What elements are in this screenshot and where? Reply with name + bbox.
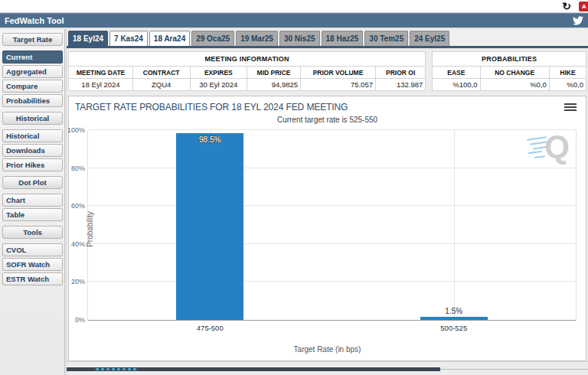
column-header: MEETING DATE [69,67,133,79]
bar-value-label: 98.5% [176,135,243,144]
column-header: NO CHANGE [480,67,549,79]
cell-contract: ZQU4 [132,79,190,91]
app-title: FedWatch Tool [5,16,64,25]
chart-panel: TARGET RATE PROBABILITIES FOR 18 EYL 202… [68,96,586,361]
tab-30-tem25[interactable]: 30 Tem25 [364,31,408,46]
column-header: HIKE [549,67,586,79]
sidebar-item-table[interactable]: Table [2,208,63,221]
sidebar-item-sofr-watch[interactable]: SOFR Watch [2,258,63,271]
browser-toolbar: ↻ A [0,0,588,13]
probabilities-table: PROBABILITIESEASENO CHANGEHIKE%100,0%0,0… [432,51,586,91]
twitter-icon[interactable] [573,16,583,25]
y-gridline [88,281,576,282]
bar-chart-plot: Probability Q 0%20%40%60%80%100%98.5%475… [87,130,577,321]
y-tick-label: 80% [71,165,85,172]
header-bar: FedWatch Tool [0,13,588,28]
chart-subtitle: Current target rate is 525-550 [69,116,586,124]
fedwatch-window: ↻ A FedWatch Tool Target RateCurrentAggr… [0,0,588,375]
tab-19-mar25[interactable]: 19 Mar25 [236,31,278,46]
sidebar: Target RateCurrentAggregatedCompareProba… [0,29,64,375]
content-area: 18 Eyl247 Kas2418 Ara2429 Oca2519 Mar253… [67,29,588,375]
tab-29-oca25[interactable]: 29 Oca25 [191,31,234,46]
chart-title: TARGET RATE PROBABILITIES FOR 18 EYL 202… [75,102,348,112]
y-gridline [88,168,576,168]
sidebar-item-chart[interactable]: Chart [2,194,63,207]
table-group-header: MEETING INFORMATION [69,52,426,67]
column-header: MID PRICE [247,67,301,79]
cell-hike: %0,0 [549,79,586,91]
meeting-info-table: MEETING INFORMATIONMEETING DATECONTRACTE… [68,51,426,91]
refresh-icon[interactable]: ↻ [562,0,571,12]
cell-ease: %100,0 [433,79,480,91]
chart-menu-icon[interactable] [564,103,577,112]
sidebar-item-probabilities[interactable]: Probabilities [2,94,63,107]
y-tick-label: 100% [67,126,85,134]
sidebar-item-aggregated[interactable]: Aggregated [2,65,63,78]
tab-24-eyl25[interactable]: 24 Eyl25 [410,31,449,46]
bar-500-525[interactable]: 1.5% [420,317,488,320]
y-axis-title: Probability [86,211,94,247]
x-gridline [454,130,455,320]
bottom-line [440,369,588,370]
cell-expires: 30 Eyl 2024 [190,79,247,91]
y-tick-label: 40% [71,240,85,248]
column-header: PRIOR OI [375,67,425,79]
cell-mid-price: 94,9825 [247,79,301,91]
sidebar-item-compare[interactable]: Compare [2,80,63,93]
cell-no-change: %0,0 [480,79,549,91]
x-category-label: 475-500 [197,324,224,332]
next-section-edge-dashes [96,368,139,370]
tab-7-kas24[interactable]: 7 Kas24 [109,31,148,46]
tab-30-nis25[interactable]: 30 Nis25 [279,31,320,46]
y-gridline [88,243,576,244]
y-gridline [88,205,576,206]
sidebar-item-historical[interactable]: Historical [2,129,63,142]
bar-value-label: 1.5% [420,307,488,315]
y-tick-label: 60% [71,202,85,210]
x-axis-title: Target Rate (in bps) [69,345,586,354]
sidebar-item-estr-watch[interactable]: ESTR Watch [2,272,63,285]
tab-18-haz25[interactable]: 18 Haz25 [322,31,364,46]
column-header: EXPIRES [190,67,247,79]
bottom-strip [67,361,588,375]
sidebar-section-historical[interactable]: Historical [2,112,63,125]
sidebar-item-downloads[interactable]: Downloads [2,144,63,157]
pdf-icon[interactable]: A [579,2,588,11]
sidebar-section-target-rate[interactable]: Target Rate [2,33,63,46]
sidebar-section-tools[interactable]: Tools [2,226,63,239]
tab-18-ara24[interactable]: 18 Ara24 [149,31,190,46]
quikstrike-watermark-icon: Q [527,130,570,165]
meeting-tabs: 18 Eyl247 Kas2418 Ara2429 Oca2519 Mar253… [67,29,588,46]
sidebar-item-cvol[interactable]: CVOL [2,243,63,256]
y-tick-label: 0% [75,316,85,324]
x-category-label: 500-525 [440,324,467,332]
column-header: CONTRACT [132,67,190,79]
table-group-header: PROBABILITIES [433,52,586,67]
y-tick-label: 20% [71,278,85,285]
y-gridline [88,129,576,130]
sidebar-item-current[interactable]: Current [2,51,63,64]
bar-475-500[interactable]: 98.5% [176,133,243,320]
sidebar-section-dot-plot[interactable]: Dot Plot [2,176,63,189]
cell-prior-oi: 132.987 [375,79,425,91]
sidebar-item-prior-hikes[interactable]: Prior Hikes [2,158,63,171]
column-header: PRIOR VOLUME [301,67,376,79]
tab-18-eyl24[interactable]: 18 Eyl24 [68,31,108,46]
cell-meeting-date: 18 Eyl 2024 [69,79,133,91]
column-header: EASE [433,67,480,79]
cell-prior-volume: 75.057 [301,79,376,91]
